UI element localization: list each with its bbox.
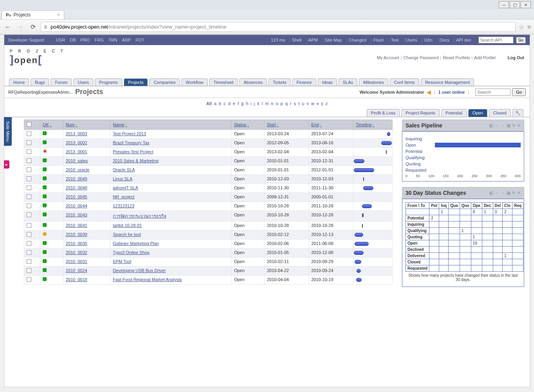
dev-link-changed[interactable]: Changed xyxy=(349,38,366,42)
project-num-link[interactable]: 2010_sales xyxy=(66,158,88,163)
col-header-end[interactable]: End↕ xyxy=(309,120,353,130)
dev-link-adp[interactable]: ADP xyxy=(122,38,131,42)
forward-button[interactable]: → xyxy=(16,22,25,32)
tab-companies[interactable]: Companies xyxy=(149,78,180,86)
alpha-filter-e[interactable]: e xyxy=(233,101,235,106)
pipeline-label[interactable]: Qualifying xyxy=(405,155,441,160)
viewtab-profit-loss[interactable]: Profit & Loss xyxy=(367,109,400,117)
alpha-filter-q[interactable]: q xyxy=(285,101,288,106)
project-num-link[interactable]: 2010_0031 xyxy=(66,259,87,264)
row-checkbox[interactable] xyxy=(27,250,31,255)
row-checkbox[interactable] xyxy=(27,212,31,217)
dev-link-db[interactable]: DB xyxy=(70,38,76,42)
project-num-link[interactable]: 2010_0048 xyxy=(66,185,87,190)
tab-ideas[interactable]: Ideas xyxy=(318,78,337,86)
tab-bugs[interactable]: Bugs xyxy=(31,78,49,86)
project-name-link[interactable]: adromIT SLA xyxy=(113,185,138,190)
alpha-filter-b[interactable]: b xyxy=(219,101,221,106)
alpha-filter-l[interactable]: l xyxy=(262,101,262,106)
logo[interactable]: P R O J E C T ]open[ xyxy=(10,49,65,66)
col-header-num[interactable]: Num↕ xyxy=(63,120,110,130)
search-api-input[interactable] xyxy=(478,36,514,44)
project-name-link[interactable]: 123123123 xyxy=(113,203,134,208)
project-num-link[interactable]: 2010_oracle xyxy=(66,167,90,172)
dev-link-pro[interactable]: PRO xyxy=(81,38,90,42)
project-num-link[interactable]: 2013_0003 xyxy=(66,131,87,136)
alpha-filter-m[interactable]: m xyxy=(265,101,269,106)
project-name-link[interactable]: Test Project 2013 xyxy=(113,131,146,136)
viewtab-settings-icon[interactable]: 🔧 xyxy=(512,109,523,117)
pipeline-label[interactable]: Open xyxy=(405,143,435,147)
alpha-filter-h[interactable]: h xyxy=(246,101,248,106)
side-menu-toggle[interactable]: Side Menu xyxy=(4,117,12,146)
panel-controls[interactable]: ◧←→▣↻✕ xyxy=(489,191,521,196)
dev-link-apm[interactable]: APM xyxy=(308,38,318,42)
site-search-go-button[interactable]: Go xyxy=(512,88,526,96)
alpha-filter-w[interactable]: w xyxy=(311,101,314,106)
bookmark-star-icon[interactable]: ☆ xyxy=(519,23,524,31)
project-num-link[interactable]: 2010_0024 xyxy=(66,268,87,273)
dev-link-usr[interactable]: USR xyxy=(56,38,65,42)
select-all-checkbox[interactable] xyxy=(27,122,31,127)
dev-link-frg[interactable]: FRG xyxy=(94,38,103,42)
project-num-link[interactable]: 2010_0032 xyxy=(66,250,87,255)
col-header-ok[interactable]: OK↕ xyxy=(40,120,63,130)
dev-link-123-ms[interactable]: 123 ms xyxy=(271,38,285,42)
row-checkbox[interactable] xyxy=(27,194,31,199)
row-checkbox[interactable] xyxy=(27,185,31,190)
search-api-go-button[interactable]: Go xyxy=(516,37,526,44)
project-name-link[interactable]: Gabinec Marketing Plan xyxy=(113,241,159,246)
back-button[interactable]: ← xyxy=(3,22,13,32)
header-link-add-portlet[interactable]: Add Portlet xyxy=(474,55,495,60)
alpha-filter-u[interactable]: u xyxy=(302,101,304,106)
alpha-filter-i[interactable]: i xyxy=(251,101,252,106)
pipeline-label[interactable]: Quoting xyxy=(405,162,441,166)
tab-programs[interactable]: Programs xyxy=(95,78,122,86)
project-num-link[interactable]: 2010_0018 xyxy=(66,277,87,282)
alpha-filter-d[interactable]: d xyxy=(228,101,230,106)
tab-projects[interactable]: Projects xyxy=(124,78,148,86)
project-num-link[interactable]: 2010_0041 xyxy=(66,223,87,228)
project-num-link[interactable]: 2010_0049 xyxy=(66,176,87,181)
row-checkbox[interactable] xyxy=(27,149,31,154)
tab--[interactable]: ... xyxy=(69,90,73,94)
project-num-link[interactable]: 2013_0001 xyxy=(66,149,87,154)
pipeline-label[interactable]: Potential xyxy=(405,149,441,154)
alpha-filter-j[interactable]: j xyxy=(254,101,255,106)
pipeline-label[interactable]: Inquiring xyxy=(405,136,441,141)
side-handle-icon[interactable]: ▸ xyxy=(4,160,9,169)
dev-link-docs[interactable]: Docs xyxy=(440,38,449,42)
project-name-link[interactable]: EPM Tool xyxy=(113,259,131,264)
row-checkbox[interactable] xyxy=(27,277,31,282)
dev-link-fot[interactable]: FOT xyxy=(136,38,144,42)
row-checkbox[interactable] xyxy=(27,167,31,172)
address-bar[interactable]: 🗎 po40dev.project-open.net/intranet/proj… xyxy=(41,22,516,32)
tab-admin[interactable]: Admin xyxy=(57,90,69,94)
project-num-link[interactable]: 2010_0045 xyxy=(66,194,87,199)
tab-slas[interactable]: SLAs xyxy=(339,78,357,86)
alpha-filter-x[interactable]: x xyxy=(317,101,319,106)
tab-workflow[interactable]: Workflow xyxy=(181,78,208,86)
row-checkbox[interactable] xyxy=(27,232,31,237)
tab-close-icon[interactable]: × xyxy=(57,12,60,18)
alpha-filter-z[interactable]: z xyxy=(326,101,328,106)
tab-finance[interactable]: Finance xyxy=(292,78,316,86)
alpha-filter-o[interactable]: o xyxy=(276,101,278,106)
viewtab-project-reports[interactable]: Project Reports xyxy=(401,109,440,117)
pipeline-label[interactable]: Requested xyxy=(405,168,441,172)
browser-tab[interactable]: PO Projects × xyxy=(2,10,64,19)
tab-conf-items[interactable]: Conf Items xyxy=(390,78,419,86)
dev-link-trn[interactable]: TRN xyxy=(109,38,118,42)
row-checkbox[interactable] xyxy=(27,259,31,264)
alpha-filter-v[interactable]: v xyxy=(307,101,309,106)
viewtab-potential[interactable]: Potential xyxy=(441,109,467,117)
dev-link-flush[interactable]: Flush xyxy=(373,38,384,42)
panel-controls[interactable]: ◧←→▣↻✕ xyxy=(489,123,521,128)
tab-tickets[interactable]: Tickets xyxy=(268,78,290,86)
project-name-link[interactable]: tahbit 10-28-01 xyxy=(113,223,142,228)
logout-link[interactable]: Log Out xyxy=(508,55,524,60)
header-link-my-account[interactable]: My Account xyxy=(377,55,399,60)
viewtab-closed[interactable]: Closed xyxy=(489,109,511,117)
project-num-link[interactable]: 2010_0044 xyxy=(66,203,87,208)
viewtab-open[interactable]: Open xyxy=(468,109,487,117)
